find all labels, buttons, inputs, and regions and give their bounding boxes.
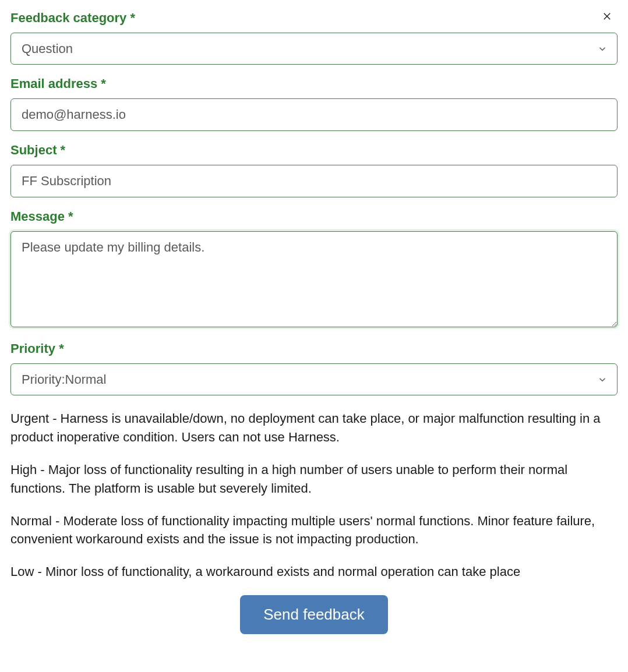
subject-label: Subject * xyxy=(10,143,618,158)
priority-select-wrapper: Priority:Normal xyxy=(10,363,618,395)
message-label: Message * xyxy=(10,209,618,224)
email-label: Email address * xyxy=(10,76,618,91)
email-field[interactable] xyxy=(10,98,618,131)
priority-desc-urgent: Urgent - Harness is unavailable/down, no… xyxy=(10,409,618,447)
feedback-category-select-wrapper: Question xyxy=(10,33,618,65)
feedback-category-label: Feedback category * xyxy=(10,10,618,26)
feedback-category-group: Feedback category * Question xyxy=(10,10,618,65)
priority-descriptions: Urgent - Harness is unavailable/down, no… xyxy=(10,409,618,581)
subject-group: Subject * xyxy=(10,143,618,197)
priority-desc-low: Low - Minor loss of functionality, a wor… xyxy=(10,563,618,581)
priority-group: Priority * Priority:Normal xyxy=(10,341,618,395)
close-button[interactable] xyxy=(600,9,614,23)
priority-label: Priority * xyxy=(10,341,618,356)
subject-field[interactable] xyxy=(10,165,618,197)
submit-wrapper: Send feedback xyxy=(10,595,618,634)
message-field[interactable] xyxy=(10,231,618,327)
send-feedback-button[interactable]: Send feedback xyxy=(240,595,387,634)
priority-select[interactable]: Priority:Normal xyxy=(10,363,618,395)
close-icon xyxy=(602,11,612,22)
email-group: Email address * xyxy=(10,76,618,131)
message-group: Message * xyxy=(10,209,618,330)
feedback-category-select[interactable]: Question xyxy=(10,33,618,65)
priority-desc-high: High - Major loss of functionality resul… xyxy=(10,461,618,498)
priority-desc-normal: Normal - Moderate loss of functionality … xyxy=(10,512,618,549)
